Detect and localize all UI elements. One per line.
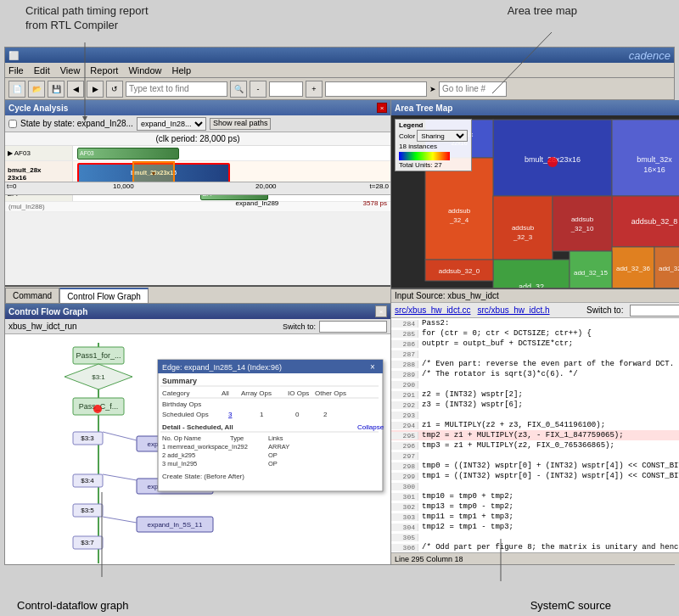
source-toolbar: src/xbus_hw_idct.cc src/xbus_hw_idct.h S… (391, 303, 679, 318)
toolbar-save-btn[interactable]: 💾 (48, 81, 65, 98)
toolbar-fwd-btn[interactable]: ▶ (87, 81, 104, 98)
toolbar-new-btn[interactable]: 📄 (8, 81, 25, 98)
cycle-analysis-title-bar: Cycle Analysis × (5, 100, 390, 115)
toolbar-refresh-btn[interactable]: ↺ (106, 81, 123, 98)
toolbar-file-input[interactable]: Pass2_for_begin (325, 81, 427, 97)
cycle-analysis-close[interactable]: × (377, 103, 387, 113)
menu-help[interactable]: Help (172, 65, 192, 76)
svg-text:×: × (370, 362, 375, 372)
line-code: tmp10 = tmp0 + tmp2; (418, 492, 513, 501)
source-status-text: Line 295 Column 18 (395, 555, 463, 563)
svg-text:_32_3: _32_3 (513, 233, 533, 241)
line-number: 298 (391, 462, 418, 470)
toolbar-open-btn[interactable]: 📂 (28, 81, 45, 98)
legend-title: Legend (399, 121, 468, 129)
switch-input[interactable] (319, 321, 387, 333)
source-line: 303 tmp11 = tmp1 + tmp3; (391, 512, 679, 522)
toolbar-search-btn[interactable]: 🔍 (230, 81, 247, 98)
switch-label: Switch to: (283, 322, 316, 331)
line-number: 304 (391, 524, 418, 531)
area-tree-title-label: Area Tree Map (395, 104, 452, 113)
t-end: t=28.0 (370, 182, 389, 190)
state-by-state-checkbox[interactable] (8, 120, 17, 128)
menu-edit[interactable]: Edit (34, 65, 50, 76)
toolbar-arrow: ➤ (429, 85, 436, 93)
line-number: 305 (391, 534, 418, 541)
toolbar-zoom-input[interactable]: 121% (269, 81, 303, 97)
svg-text:Summary: Summary (162, 377, 197, 385)
source-switch-input[interactable] (630, 305, 679, 316)
svg-text:3  mul_In295: 3 mul_In295 (162, 460, 197, 468)
tab-control-flow[interactable]: Control Flow Graph (59, 288, 149, 303)
t-start: t=0 (7, 182, 16, 190)
app-title: cadence (629, 49, 671, 62)
cf-close-btn[interactable]: × (375, 305, 387, 317)
line-number: 294 (391, 422, 418, 429)
line-number: 292 (391, 401, 418, 409)
line-number: 289 (391, 371, 418, 378)
svg-text:$3:7: $3:7 (81, 539, 94, 546)
show-real-paths-btn[interactable]: Show real paths (210, 118, 272, 130)
menu-view[interactable]: View (60, 65, 81, 76)
source-line: 304 tmp12 = tmp1 - tmp3; (391, 522, 679, 532)
line-number: 291 (391, 391, 418, 399)
source-line: 289 /* The rotator is sqrt(3)*c(6). */ (391, 369, 679, 379)
menu-window[interactable]: Window (128, 65, 161, 76)
source-title: Input Source: xbus_hw_idct (391, 289, 679, 303)
tab-command[interactable]: Command (5, 288, 59, 303)
t-mark-1: 10,000 (113, 182, 133, 190)
line-code: /* The rotator is sqrt(3)*c(6). */ (418, 370, 578, 378)
svg-text:$3:4: $3:4 (81, 477, 94, 484)
cf-tab-bar: Command Control Flow Graph (5, 287, 390, 304)
svg-text:Scheduled Ops: Scheduled Ops (162, 411, 209, 418)
cycle-toolbar: State by state: expand_In28... expand_In… (5, 115, 390, 132)
source-line: 296 tmp3 = z1 + MULTIPLY(z2, FIX_0_76536… (391, 440, 679, 451)
app-window: ⬜ cadence File Edit View Report Window H… (4, 47, 675, 565)
tree-map-legend: Legend Color Sharing 18 instances (395, 119, 472, 171)
svg-text:$3:1: $3:1 (92, 373, 105, 381)
source-lines-container[interactable]: 284 Pass2: 285 for (ctr = 0; ctr < DCTSI… (391, 318, 679, 552)
state-by-state-label: State by state: expand_In28... (20, 119, 133, 128)
source-line: 288 /* Even part: reverse the even part … (391, 359, 679, 369)
menu-report[interactable]: Report (90, 65, 118, 76)
svg-text:2  add_k295: 2 add_k295 (162, 451, 195, 459)
source-line: 295 tmp2 = z1 + MULTIPLY(z3, - FIX_1_847… (391, 430, 679, 440)
cf-svg: Pass1_for_... Pass_C_f... $3:1 (5, 334, 390, 564)
source-line: 286 outptr = outpt_buf + DCTSIZE*ctr; (391, 339, 679, 349)
t-mark-2: 20,000 (255, 182, 276, 190)
delay-label: 3578 ps (363, 199, 387, 207)
control-flow-panel: Command Control Flow Graph Control Flow … (5, 287, 390, 564)
sharing-dropdown[interactable]: Sharing (417, 130, 468, 142)
svg-text:_32_4: _32_4 (449, 216, 469, 224)
state-dropdown[interactable]: expand_In28... (137, 117, 206, 131)
line-code: outptr = outpt_buf + DCTSIZE*ctr; (418, 339, 573, 348)
source-file1[interactable]: src/xbus_hw_idct.cc (395, 305, 470, 315)
menu-file[interactable]: File (8, 65, 24, 76)
line-code: for (ctr = 0; ctr < DCTSIZE; ctr++) { (418, 329, 592, 338)
line-code: tmp11 = tmp1 + tmp3; (418, 512, 513, 521)
svg-text:addsub: addsub (571, 216, 594, 223)
toolbar-zin-btn[interactable]: + (306, 81, 323, 98)
svg-text:Create State: (Before After): Create State: (Before After) (162, 473, 244, 480)
svg-text:Type: Type (230, 434, 244, 442)
line-number: 284 (391, 320, 418, 328)
source-file2[interactable]: src/xbus_hw_idct.h (477, 305, 549, 315)
signal-wave-1: AF03 (73, 146, 390, 160)
timeline-ruler: t=0 10,000 20,000 t=28.0 (5, 182, 390, 195)
line-number: 302 (391, 503, 418, 511)
source-line: 290 (391, 379, 679, 389)
line-number: 286 (391, 340, 418, 348)
cf-graph-content: Pass1_for_... Pass_C_f... $3:1 (5, 334, 390, 564)
line-code: z3 = (INT32) wsptr[6]; (418, 400, 523, 409)
line-code: tmp1 = ((INT32) wsptr[0] - (INT32) wsptr… (418, 472, 679, 480)
toolbar-zout-btn[interactable]: - (250, 81, 267, 98)
svg-rect-79 (553, 196, 612, 251)
annotation-critical-path: Critical path timing report from RTL Com… (25, 4, 149, 33)
svg-text:Collapse: Collapse (357, 423, 384, 431)
toolbar-search-input[interactable] (126, 81, 227, 97)
source-line: 287 (391, 349, 679, 359)
svg-text:add_32_36: add_32_36 (616, 265, 651, 272)
toolbar-goto-input[interactable] (439, 81, 507, 97)
toolbar-back-btn[interactable]: ◀ (67, 81, 84, 98)
svg-text:OP: OP (268, 460, 278, 468)
